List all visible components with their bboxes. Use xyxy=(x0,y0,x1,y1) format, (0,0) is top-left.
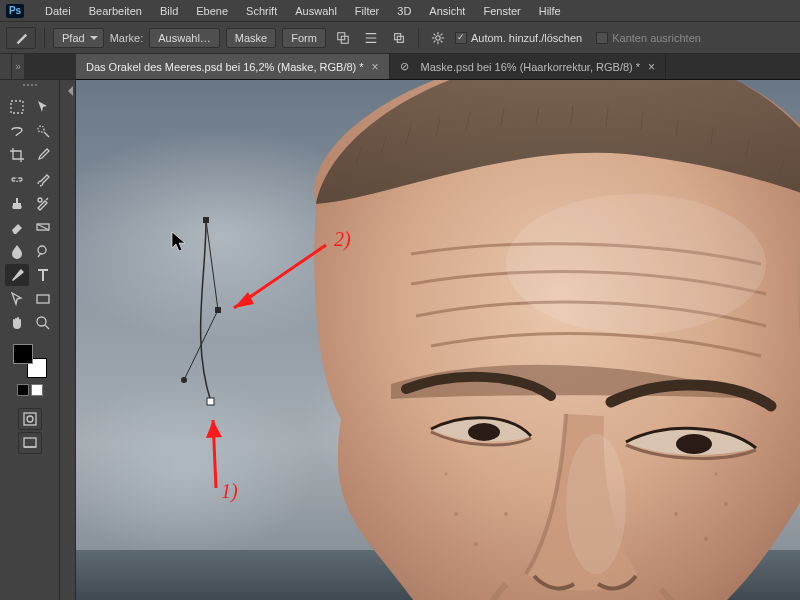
move-tool[interactable] xyxy=(31,96,55,118)
tool-mode-dropdown[interactable]: Pfad xyxy=(53,28,104,48)
menu-layer[interactable]: Ebene xyxy=(187,5,237,17)
clone-stamp-tool[interactable] xyxy=(5,192,29,214)
hand-tool[interactable] xyxy=(5,312,29,334)
current-tool-indicator[interactable] xyxy=(6,27,36,49)
toolbox-grip[interactable] xyxy=(0,54,12,80)
align-edges-label: Kanten ausrichten xyxy=(612,32,701,44)
document-canvas[interactable]: 2) 1) xyxy=(76,80,800,600)
options-bar: Pfad Marke: Auswahl… Maske Form Autom. h… xyxy=(0,22,800,54)
align-edges-checkbox[interactable]: Kanten ausrichten xyxy=(596,32,701,44)
brush-tool[interactable] xyxy=(31,168,55,190)
close-icon[interactable]: × xyxy=(372,60,379,74)
eraser-tool[interactable] xyxy=(5,216,29,238)
app-logo: Ps xyxy=(6,4,24,18)
toolbox-grip[interactable] xyxy=(10,84,50,92)
menu-help[interactable]: Hilfe xyxy=(530,5,570,17)
svg-rect-13 xyxy=(24,413,36,425)
make-label: Marke: xyxy=(110,32,144,44)
path-select-tool[interactable] xyxy=(5,288,29,310)
path-operations-button[interactable] xyxy=(332,28,354,48)
dodge-tool[interactable] xyxy=(31,240,55,262)
svg-point-8 xyxy=(38,198,42,202)
menu-bar: Ps Datei Bearbeiten Bild Ebene Schrift A… xyxy=(0,0,800,22)
tab-gutter xyxy=(12,54,76,80)
linked-doc-icon: ⊘ xyxy=(400,60,409,73)
svg-point-23 xyxy=(674,512,678,516)
svg-rect-5 xyxy=(11,101,23,113)
auto-add-delete-checkbox[interactable]: Autom. hinzuf./löschen xyxy=(455,32,582,44)
gear-icon xyxy=(431,31,445,45)
svg-point-22 xyxy=(504,512,508,516)
zoom-tool[interactable] xyxy=(31,312,55,334)
quick-select-tool[interactable] xyxy=(31,120,55,142)
canvas-image xyxy=(76,80,800,600)
menu-type[interactable]: Schrift xyxy=(237,5,286,17)
menu-window[interactable]: Fenster xyxy=(474,5,529,17)
crop-tool[interactable] xyxy=(5,144,29,166)
healing-brush-tool[interactable] xyxy=(5,168,29,190)
align-icon xyxy=(364,31,378,45)
chevron-left-icon xyxy=(63,86,73,96)
svg-point-26 xyxy=(445,473,448,476)
tabs-expander[interactable] xyxy=(12,54,24,79)
gradient-tool[interactable] xyxy=(31,216,55,238)
svg-point-4 xyxy=(436,35,440,39)
tab-row: Das Orakel des Meeres.psd bei 16,2% (Mas… xyxy=(0,54,800,80)
pen-icon xyxy=(14,31,28,45)
default-colors[interactable] xyxy=(17,384,43,396)
menu-file[interactable]: Datei xyxy=(36,5,80,17)
svg-point-6 xyxy=(38,126,44,132)
menu-image[interactable]: Bild xyxy=(151,5,187,17)
toolbox xyxy=(0,80,60,600)
auto-add-delete-label: Autom. hinzuf./löschen xyxy=(471,32,582,44)
screen-mode-toggle[interactable] xyxy=(18,432,42,454)
document-tab-label: Das Orakel des Meeres.psd bei 16,2% (Mas… xyxy=(86,61,364,73)
blur-tool[interactable] xyxy=(5,240,29,262)
svg-point-24 xyxy=(704,537,708,541)
checkbox-icon xyxy=(455,32,467,44)
svg-point-17 xyxy=(676,434,712,454)
foreground-color-swatch[interactable] xyxy=(13,344,33,364)
pen-tool[interactable] xyxy=(5,264,29,286)
svg-point-20 xyxy=(454,512,458,516)
document-tabs: Das Orakel des Meeres.psd bei 16,2% (Mas… xyxy=(76,54,800,80)
close-icon[interactable]: × xyxy=(648,60,655,74)
make-selection-button[interactable]: Auswahl… xyxy=(149,28,220,48)
svg-rect-15 xyxy=(24,438,36,447)
document-tab-1[interactable]: Das Orakel des Meeres.psd bei 16,2% (Mas… xyxy=(76,54,390,79)
path-arrangement-button[interactable] xyxy=(388,28,410,48)
workspace: 2) 1) xyxy=(0,80,800,600)
checkbox-icon xyxy=(596,32,608,44)
annotation-label-2: 2) xyxy=(334,228,351,251)
color-swatches[interactable] xyxy=(13,344,47,378)
path-alignment-button[interactable] xyxy=(360,28,382,48)
document-tab-2[interactable]: ⊘ Maske.psd bei 16% (Haarkorrektur, RGB/… xyxy=(390,54,667,79)
svg-point-25 xyxy=(724,502,728,506)
lasso-tool[interactable] xyxy=(5,120,29,142)
history-brush-tool[interactable] xyxy=(31,192,55,214)
svg-rect-11 xyxy=(37,295,49,303)
panel-rail[interactable] xyxy=(60,80,76,600)
menu-filter[interactable]: Filter xyxy=(346,5,388,17)
make-shape-button[interactable]: Form xyxy=(282,28,326,48)
svg-point-16 xyxy=(468,423,500,441)
marquee-tool[interactable] xyxy=(5,96,29,118)
svg-point-21 xyxy=(474,542,478,546)
svg-point-14 xyxy=(27,416,33,422)
path-ops-icon xyxy=(336,31,350,45)
svg-point-18 xyxy=(506,194,766,334)
rectangle-tool[interactable] xyxy=(31,288,55,310)
menu-select[interactable]: Auswahl xyxy=(286,5,346,17)
quick-mask-toggle[interactable] xyxy=(18,408,42,430)
gear-settings-button[interactable] xyxy=(427,28,449,48)
svg-point-27 xyxy=(715,473,718,476)
menu-edit[interactable]: Bearbeiten xyxy=(80,5,151,17)
portrait-illustration xyxy=(206,80,800,600)
type-tool[interactable] xyxy=(31,264,55,286)
annotation-label-1: 1) xyxy=(221,480,238,503)
eyedropper-tool[interactable] xyxy=(31,144,55,166)
make-mask-button[interactable]: Maske xyxy=(226,28,276,48)
svg-point-10 xyxy=(38,246,46,254)
menu-3d[interactable]: 3D xyxy=(388,5,420,17)
menu-view[interactable]: Ansicht xyxy=(420,5,474,17)
